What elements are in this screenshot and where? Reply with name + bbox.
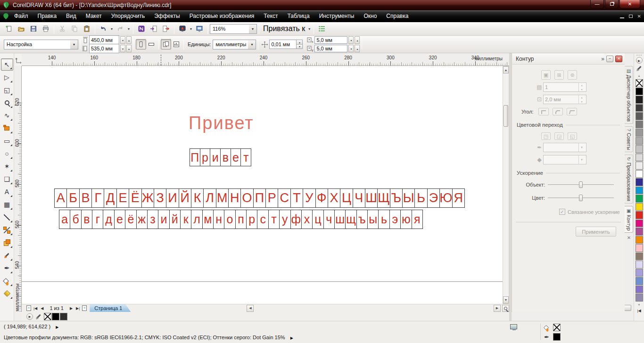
options-button[interactable] <box>316 23 328 34</box>
scroll-down-button[interactable]: ▼ <box>503 296 509 303</box>
color-swatch[interactable] <box>636 228 643 236</box>
miter-corner-button[interactable] <box>538 108 549 115</box>
scroll-right-button[interactable]: ▶ <box>494 305 501 312</box>
first-page-button[interactable]: |◀ <box>33 306 38 310</box>
dup-x-down-icon[interactable]: ▾ <box>348 36 354 44</box>
color-swatch[interactable] <box>636 145 643 153</box>
import-button[interactable] <box>148 23 160 34</box>
copy-button[interactable] <box>68 23 81 34</box>
letter-cell[interactable]: щ <box>346 210 356 229</box>
dup-y-down-icon[interactable]: ▾ <box>348 45 354 52</box>
mdi-minimize-icon[interactable] <box>620 17 624 18</box>
letter-cell[interactable]: у <box>280 210 290 229</box>
fill-color-dropdown[interactable]: ▾ <box>543 155 586 164</box>
docker-tab-contour[interactable]: ▣Контур <box>625 206 633 233</box>
docker-collapse-icon[interactable]: » <box>601 56 604 62</box>
palette-scroll-up-button[interactable]: ▲ <box>636 73 643 78</box>
letter-cell[interactable]: ю <box>401 210 412 229</box>
outline-color-dropdown[interactable]: ▾ <box>543 143 586 152</box>
letter-cell[interactable]: ц <box>313 210 323 229</box>
letter-cell[interactable]: е <box>231 149 241 166</box>
letter-cell[interactable]: и <box>210 149 221 166</box>
outline-pen-tool[interactable]: ✒ <box>1 262 13 274</box>
document-palette-flyout-button[interactable]: ▶ <box>26 313 33 320</box>
letter-cell[interactable]: Я <box>453 189 464 207</box>
preset-dropdown-icon[interactable]: ▾ <box>70 40 78 49</box>
letter-cell[interactable]: м <box>203 210 214 229</box>
table-tool[interactable]: ▦ <box>1 198 13 211</box>
letter-cell[interactable]: С <box>278 189 290 207</box>
color-swatch[interactable] <box>636 170 643 178</box>
close-button[interactable]: ✕ <box>619 0 640 8</box>
color-swatch[interactable] <box>636 112 643 120</box>
color-swatch[interactable] <box>636 178 643 186</box>
no-color-swatch[interactable] <box>636 79 643 87</box>
slider-thumb[interactable] <box>579 195 583 201</box>
letter-cell[interactable]: Э <box>428 189 440 207</box>
polygon-tool[interactable]: ✶ <box>1 160 13 172</box>
fill-status-icon[interactable] <box>544 325 549 330</box>
boxed-alphabet-uppercase[interactable]: АБВГДЕЁЖЗИЙКЛМНОПРСТУФХЦЧШЩЪЫЬЭЮЯ <box>54 188 465 208</box>
pick-tool[interactable]: ↖ <box>1 58 13 71</box>
profiles-expand-icon[interactable]: ▶ <box>290 336 293 340</box>
redo-button[interactable] <box>114 23 126 34</box>
outline-status-icon[interactable]: ✒ <box>544 334 550 341</box>
menu-layout[interactable]: Макет <box>81 10 107 22</box>
zoom-combo-dropdown-icon[interactable]: ▾ <box>249 24 256 33</box>
page-width-up-icon[interactable]: ▴ <box>126 36 132 44</box>
menu-effects[interactable]: Эффекты <box>149 10 185 22</box>
dup-x-up-icon[interactable]: ▴ <box>355 36 360 44</box>
boxed-text-hello[interactable]: Привет <box>190 148 251 166</box>
menu-view[interactable]: Вид <box>61 10 81 22</box>
offset-spinner[interactable]: ▴▾ <box>578 95 585 104</box>
letter-cell[interactable]: а <box>59 210 70 229</box>
ellipse-tool[interactable]: ○ <box>1 147 13 160</box>
letter-cell[interactable]: Ш <box>365 189 378 207</box>
docker-tab-object-manager[interactable]: ▤Диспетчер объектов <box>625 66 633 124</box>
letter-cell[interactable]: Ь <box>415 189 427 207</box>
vertical-scroll-thumb[interactable] <box>504 105 508 127</box>
color-swatch[interactable] <box>52 313 59 320</box>
letter-cell[interactable]: з <box>148 210 158 229</box>
current-page-button[interactable] <box>171 39 182 49</box>
letter-cell[interactable]: ь <box>379 210 389 229</box>
letter-cell[interactable]: И <box>166 189 179 207</box>
color-proof-icon[interactable] <box>510 324 517 329</box>
dup-y-up-icon[interactable]: ▴ <box>355 45 360 52</box>
page-height-down-icon[interactable]: ▾ <box>120 45 125 52</box>
slider-thumb[interactable] <box>579 181 583 188</box>
vertical-ruler[interactable]: миллиметры 620600580560540 <box>14 66 22 312</box>
shape-tool[interactable]: ▷ <box>1 71 13 83</box>
color-swatch[interactable] <box>636 104 643 112</box>
letter-cell[interactable]: и <box>158 210 169 229</box>
docker-tab-transformations[interactable]: ↻Преобразования <box>625 155 633 203</box>
drawing-canvas[interactable]: Привет Привет АБВГДЕЁЖЗИЙКЛМНОПРСТУФХЦЧШ… <box>22 66 503 304</box>
zoom-level-combo[interactable]: 116% ▾ <box>210 24 257 34</box>
docker-tab-hints[interactable]: ?Советы <box>625 126 633 152</box>
vertical-scrollbar[interactable]: ▲ ▼ <box>503 66 509 304</box>
palette-scroll-down-button[interactable]: ▼ <box>636 302 643 308</box>
letter-cell[interactable]: т <box>241 149 251 166</box>
page-preset-combo[interactable]: Настройка ▾ <box>4 40 78 49</box>
menu-table[interactable]: Таблица <box>283 10 314 22</box>
letter-cell[interactable]: Ъ <box>390 189 403 207</box>
letter-cell[interactable]: ш <box>335 210 346 229</box>
units-dropdown-icon[interactable]: ▾ <box>248 40 256 49</box>
letter-cell[interactable]: Н <box>229 189 241 207</box>
search-content-button[interactable] <box>135 23 148 34</box>
color-swatch[interactable] <box>636 121 643 129</box>
paste-button[interactable] <box>81 23 93 34</box>
open-button[interactable] <box>15 23 27 34</box>
letter-cell[interactable]: с <box>257 210 268 229</box>
menu-file[interactable]: Файл <box>9 10 33 22</box>
page-tab[interactable]: Страница 1 <box>90 304 131 312</box>
snap-to-caret-icon[interactable]: ▾ <box>307 27 312 31</box>
horizontal-scrollbar[interactable]: ◀ ▶ <box>247 304 509 312</box>
letter-cell[interactable]: Р <box>266 189 278 207</box>
letter-cell[interactable]: л <box>191 210 202 229</box>
letter-cell[interactable]: Ж <box>142 189 154 207</box>
menu-arrange[interactable]: Упорядочить <box>107 10 149 22</box>
counterclockwise-blend-button[interactable]: ◱ <box>568 132 577 140</box>
menu-tools[interactable]: Инструменты <box>314 10 359 22</box>
color-swatch[interactable] <box>636 137 643 145</box>
